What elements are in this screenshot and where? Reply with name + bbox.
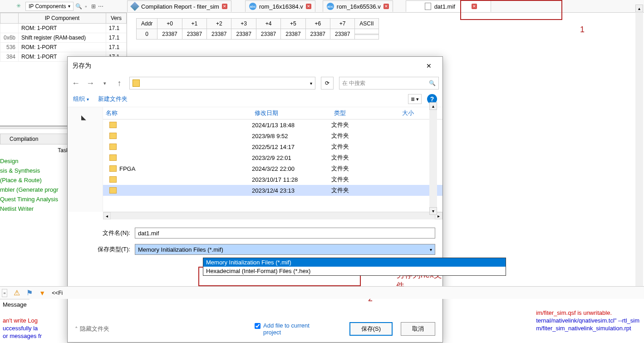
hex-col-header: +7	[330, 19, 354, 29]
close-icon[interactable]: ✕	[383, 4, 389, 9]
save-as-dialog: 另存为 ✕ ← → ▾ ↑ ▾ ⟳ 在 中搜索 🔍 组织 ▾ 新建文件夹 ≣ ▾…	[67, 56, 443, 343]
file-list-row[interactable]: 2023/10/17 11:28文件夹	[103, 174, 442, 185]
ip-table-row[interactable]: 0x6bShift register (RAM-based)17.1	[0, 33, 127, 43]
nav-back-button[interactable]: ←	[71, 79, 80, 88]
file-list-row[interactable]: 2023/2/9 22:01文件夹	[103, 152, 442, 163]
vertical-scrollbar[interactable]: ▴	[635, 5, 643, 288]
filename-input[interactable]	[135, 228, 435, 239]
folder-tree[interactable]: ◣	[68, 107, 103, 212]
annotation-box-1	[460, 0, 562, 20]
ip-components-dropdown[interactable]: IP Components ▾	[25, 2, 74, 11]
file-list-row[interactable]: 2024/1/13 18:48文件夹	[103, 119, 442, 130]
tab-rom16x65536[interactable]: abc rom_16x65536.v ✕	[323, 0, 393, 12]
hex-cell[interactable]: 23387	[231, 29, 256, 40]
search-icon[interactable]: 🔍	[75, 3, 83, 10]
scroll-down-arrow[interactable]: ▾	[429, 207, 437, 212]
address-bar[interactable]: ▾	[129, 77, 315, 89]
tree-collapse-icon[interactable]: ◣	[81, 114, 86, 121]
hex-cell[interactable]: 23387	[330, 29, 354, 40]
close-icon[interactable]: ✕	[306, 4, 311, 9]
file-type: 文件夹	[331, 175, 399, 184]
file-date: 2022/5/12 14:17	[252, 144, 331, 150]
tool-icon-1[interactable]: ▫	[83, 3, 90, 10]
nav-up-button[interactable]: ↑	[115, 79, 124, 88]
flag-icon[interactable]: ⚑	[26, 288, 33, 297]
file-list-row[interactable]: 2022/5/12 14:17文件夹	[103, 141, 442, 152]
scroll-up-arrow[interactable]: ▴	[429, 107, 437, 110]
col-header-version[interactable]: Vers	[106, 13, 126, 24]
horizontal-scrollbar[interactable]: ◂ ▸	[103, 212, 442, 219]
hex-col-header: +6	[305, 19, 330, 29]
search-placeholder: 在 中搜索	[342, 80, 365, 87]
scroll-left-arrow[interactable]: ◂	[103, 212, 111, 219]
expand-icon[interactable]: ▫	[2, 289, 7, 297]
funnel-icon[interactable]: ▼	[39, 289, 45, 297]
editor-tab-strip: Compilation Report - fiter_sim ✕ abc rom…	[127, 0, 644, 12]
list-vertical-scrollbar[interactable]: ▴ ▾	[429, 107, 437, 212]
filetype-option-hex[interactable]: Hexadecimal (Intel-Format) Files (*.hex)	[203, 267, 506, 275]
nav-forward-button[interactable]: →	[86, 79, 95, 88]
hex-cell[interactable]: 23387	[256, 29, 280, 40]
file-list-row[interactable]: FPGA2024/3/22 22:00文件夹	[103, 163, 442, 174]
col-header-date[interactable]: 修改日期	[252, 107, 331, 119]
hex-cell[interactable]	[355, 29, 379, 40]
filetype-dropdown-list: Memory Initialization Files (*.mif) Hexa…	[203, 258, 506, 276]
file-type: 文件夹	[331, 186, 399, 194]
view-mode-button[interactable]: ≣ ▾	[408, 94, 422, 104]
refresh-button[interactable]: ⟳	[321, 77, 334, 89]
col-header-name[interactable]: IP Component	[19, 13, 106, 24]
ip-table-row[interactable]: ROM: 1-PORT17.1	[0, 24, 127, 33]
filename-label: 文件名(N):	[75, 229, 130, 237]
verilog-icon: abc	[327, 3, 334, 10]
chevron-down-icon[interactable]: ▾	[310, 81, 312, 86]
col-header-name[interactable]: 名称	[103, 107, 252, 119]
msg-line: or messages fr	[3, 333, 42, 339]
hex-col-header: +2	[207, 19, 231, 29]
folder-icon	[109, 122, 117, 128]
file-name: FPGA	[119, 165, 135, 172]
hex-cell[interactable]: 23387	[157, 29, 182, 40]
hex-cell[interactable]: 23387	[281, 29, 305, 40]
tab-compilation-report[interactable]: Compilation Report - fiter_sim ✕	[127, 0, 231, 12]
msg-line: an't write Log	[3, 317, 38, 324]
organize-menu[interactable]: 组织 ▾	[73, 95, 89, 103]
message-header: Message	[0, 299, 29, 310]
tab-label: dat1.mif	[434, 3, 455, 10]
scroll-up-arrow[interactable]: ▴	[635, 5, 643, 12]
tool-icon-3[interactable]: ⋯	[97, 3, 104, 10]
tool-icon-2[interactable]: ⊞	[90, 3, 97, 10]
file-date: 2024/3/22 22:00	[252, 165, 331, 172]
dialog-title: 另存为	[72, 62, 91, 70]
new-folder-button[interactable]: 新建文件夹	[98, 95, 128, 103]
search-icon: 🔍	[429, 80, 436, 86]
filetype-combo[interactable]: Memory Initialization Files (*.mif) ▾	[135, 244, 435, 255]
file-date: 2023/10/17 11:28	[252, 176, 331, 183]
folder-icon	[109, 187, 117, 194]
hex-cell[interactable]: 23387	[207, 29, 231, 40]
search-box[interactable]: 在 中搜索 🔍	[339, 77, 439, 89]
tab-rom16x16384[interactable]: abc rom_16x16384.v ✕	[245, 0, 315, 12]
warning-icon[interactable]: ⚠	[14, 288, 20, 297]
folder-icon	[109, 133, 117, 139]
close-icon[interactable]: ✕	[222, 4, 227, 9]
hex-cell[interactable]: 23387	[305, 29, 330, 40]
hex-col-header: ASCII	[355, 19, 379, 29]
file-date: 2023/12/4 23:13	[252, 187, 331, 194]
file-date: 2024/1/13 18:48	[252, 122, 331, 129]
file-list-row[interactable]: 2023/9/8 9:52文件夹	[103, 130, 442, 141]
ip-table-row[interactable]: 536ROM: 1-PORT17.1	[0, 43, 127, 52]
file-list-row[interactable]: 2023/12/4 23:13文件夹	[103, 185, 442, 196]
msg-line: im/fiter_sim.qsf is unwritable.	[536, 309, 612, 316]
file-type: 文件夹	[331, 121, 399, 129]
tab-label: Compilation Report - fiter_sim	[141, 3, 219, 10]
col-header-type[interactable]: 类型	[331, 107, 399, 119]
hex-col-header: +4	[256, 19, 280, 29]
filetype-option-mif[interactable]: Memory Initialization Files (*.mif)	[203, 258, 506, 267]
hex-row-header: 0	[137, 29, 157, 40]
dialog-close-button[interactable]: ✕	[420, 60, 438, 72]
hex-cell[interactable]: 23387	[182, 29, 206, 40]
chevron-down-icon[interactable]: ▾	[100, 80, 109, 86]
hex-col-header: +1	[182, 19, 206, 29]
chevron-down-icon: ▾	[68, 4, 70, 9]
file-type: 文件夹	[331, 143, 399, 151]
